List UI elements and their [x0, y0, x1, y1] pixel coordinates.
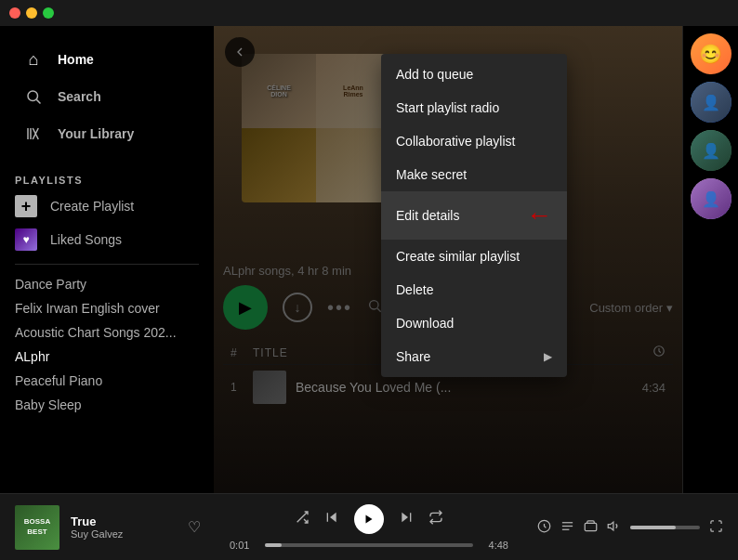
- home-icon: ⌂: [22, 48, 45, 71]
- shuffle-button[interactable]: [295, 510, 310, 528]
- library-icon: [22, 123, 45, 145]
- svg-marker-16: [608, 522, 613, 530]
- share-submenu-arrow: ▶: [544, 350, 552, 363]
- context-create-similar[interactable]: Create similar playlist: [381, 240, 567, 273]
- svg-line-1: [36, 99, 40, 103]
- context-add-to-queue[interactable]: Add to queue: [381, 58, 567, 91]
- context-menu: Add to queue Start playlist radio Collab…: [381, 54, 567, 377]
- next-button[interactable]: [399, 510, 414, 528]
- playlist-peaceful-piano[interactable]: Peaceful Piano: [0, 369, 214, 393]
- avatar[interactable]: 👤: [691, 130, 731, 171]
- player-controls: [295, 504, 443, 534]
- create-playlist-icon: +: [15, 195, 37, 217]
- sidebar-item-search-label: Search: [58, 89, 101, 104]
- title-bar: [0, 0, 738, 26]
- app-body: ⌂ Home Search Your Library PLAYLISTS + C…: [0, 26, 738, 493]
- now-playing-left: BOSSA BEST True Suy Galvez ♡: [15, 505, 201, 550]
- edit-details-arrow: ←: [526, 201, 552, 230]
- previous-button[interactable]: [324, 510, 339, 528]
- svg-marker-10: [402, 512, 408, 522]
- volume-fill: [630, 526, 676, 529]
- playlist-acoustic-chart[interactable]: Acoustic Chart Songs 202...: [0, 320, 214, 345]
- avatar[interactable]: 👤: [691, 178, 731, 219]
- svg-point-0: [28, 91, 38, 101]
- now-playing-center: 0:01 4:48: [201, 504, 537, 551]
- progress-row: 0:01 4:48: [230, 540, 508, 551]
- traffic-lights: [9, 7, 54, 19]
- playlist-dance-party[interactable]: Dance Party: [0, 272, 214, 296]
- avatar[interactable]: 😊: [691, 33, 731, 74]
- now-playing-bar: BOSSA BEST True Suy Galvez ♡: [0, 493, 738, 560]
- now-playing-album-art: BOSSA BEST: [15, 505, 59, 550]
- heart-button[interactable]: ♡: [188, 518, 201, 536]
- sidebar: ⌂ Home Search Your Library PLAYLISTS + C…: [0, 26, 214, 493]
- playlist-alphr[interactable]: ALphr: [0, 345, 214, 369]
- liked-songs-item[interactable]: ♥ Liked Songs: [0, 223, 214, 256]
- svg-marker-9: [366, 514, 373, 523]
- current-time: 0:01: [230, 540, 257, 551]
- context-collaborative-playlist[interactable]: Collaborative playlist: [381, 124, 567, 158]
- sidebar-nav: ⌂ Home Search Your Library: [0, 26, 214, 160]
- progress-fill: [265, 543, 282, 547]
- avatar[interactable]: 👤: [691, 82, 731, 123]
- sidebar-item-home-label: Home: [58, 52, 94, 67]
- svg-marker-7: [330, 512, 336, 522]
- queue-button[interactable]: [560, 519, 574, 536]
- svg-rect-15: [585, 523, 597, 530]
- liked-songs-label: Liked Songs: [50, 232, 122, 247]
- lyrics-button[interactable]: [537, 519, 551, 536]
- context-share[interactable]: Share ▶: [381, 340, 567, 373]
- now-playing-track-name: True: [71, 514, 177, 528]
- playlists-label: PLAYLISTS: [0, 167, 214, 189]
- volume-button[interactable]: [607, 519, 621, 536]
- right-sidebar: 😊 👤 👤 👤: [682, 26, 738, 493]
- context-make-secret[interactable]: Make secret: [381, 158, 567, 191]
- repeat-button[interactable]: [428, 510, 443, 528]
- volume-bar[interactable]: [630, 526, 700, 529]
- context-edit-details[interactable]: Edit details ←: [381, 191, 567, 240]
- context-download[interactable]: Download: [381, 306, 567, 340]
- create-playlist-item[interactable]: + Create Playlist: [0, 189, 214, 223]
- liked-songs-icon: ♥: [15, 228, 37, 251]
- minimize-button[interactable]: [26, 7, 37, 19]
- play-pause-button[interactable]: [354, 504, 384, 534]
- maximize-button[interactable]: [43, 7, 54, 19]
- svg-rect-3: [30, 128, 32, 139]
- fullscreen-button[interactable]: [709, 519, 723, 536]
- create-playlist-label: Create Playlist: [50, 199, 134, 214]
- devices-button[interactable]: [584, 519, 598, 536]
- sidebar-divider: [15, 264, 199, 265]
- track-info: True Suy Galvez: [71, 514, 177, 540]
- sidebar-item-search[interactable]: Search: [7, 78, 206, 115]
- close-button[interactable]: [9, 7, 20, 19]
- sidebar-item-library-label: Your Library: [58, 126, 134, 141]
- now-playing-artist: Suy Galvez: [71, 528, 177, 540]
- playlist-baby-sleep[interactable]: Baby Sleep: [0, 393, 214, 417]
- sidebar-item-home[interactable]: ⌂ Home: [7, 41, 206, 78]
- context-start-playlist-radio[interactable]: Start playlist radio: [381, 91, 567, 124]
- search-icon: [22, 85, 45, 108]
- main-content: CÉLINEDION LeAnnRimes ALphr songs, 4 hr …: [214, 26, 682, 493]
- context-menu-overlay[interactable]: Add to queue Start playlist radio Collab…: [214, 26, 682, 493]
- now-playing-right: [537, 519, 723, 536]
- playlist-felix-irwan[interactable]: Felix Irwan English cover: [0, 296, 214, 320]
- total-time: 4:48: [481, 540, 508, 551]
- context-delete[interactable]: Delete: [381, 273, 567, 306]
- svg-rect-2: [27, 128, 29, 139]
- progress-bar[interactable]: [265, 543, 473, 547]
- sidebar-item-library[interactable]: Your Library: [7, 115, 206, 152]
